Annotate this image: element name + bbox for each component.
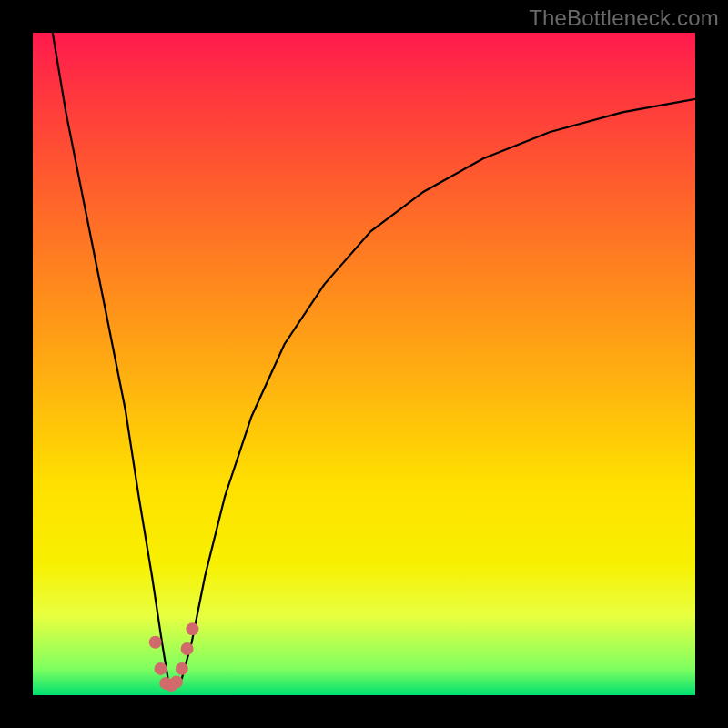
chart-frame: TheBottleneck.com	[0, 0, 728, 728]
plot-area	[33, 33, 695, 695]
marker-dot	[186, 622, 198, 635]
marker-dot	[155, 662, 167, 675]
marker-dot	[181, 642, 194, 655]
chart-svg	[33, 33, 695, 695]
highlight-markers	[149, 622, 199, 692]
marker-dot	[149, 636, 162, 649]
watermark-text: TheBottleneck.com	[529, 5, 719, 31]
marker-dot	[170, 675, 183, 688]
marker-dot	[176, 662, 188, 675]
bottleneck-curve	[53, 33, 695, 685]
